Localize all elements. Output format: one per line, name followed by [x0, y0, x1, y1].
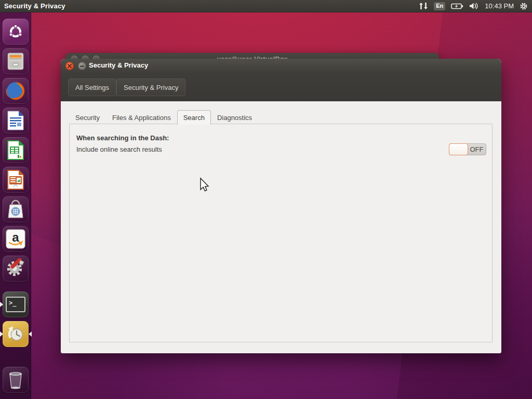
- launcher-item-terminal[interactable]: >_: [3, 291, 29, 317]
- mouse-cursor: [199, 177, 209, 193]
- window-titlebar[interactable]: Security & Privacy: [61, 59, 501, 73]
- launcher-item-libreoffice-calc[interactable]: [3, 137, 29, 163]
- keyboard-indicator[interactable]: En: [434, 2, 445, 10]
- panel-indicators: En 10:43 PM: [419, 2, 532, 10]
- battery-icon[interactable]: [451, 3, 463, 10]
- panel-app-title: Security & Privacy: [0, 2, 65, 10]
- running-indicator-terminal: [0, 302, 3, 307]
- shopping-bag-icon: [6, 199, 25, 220]
- current-panel-button[interactable]: Security & Privacy: [116, 78, 185, 96]
- launcher-item-files[interactable]: [3, 48, 29, 74]
- terminal-prompt-icon: >_: [6, 297, 25, 312]
- running-indicator-backup: [0, 331, 3, 337]
- launcher-item-firefox[interactable]: [3, 78, 29, 104]
- focused-indicator-backup: [29, 331, 32, 337]
- gear-wrench-icon: [5, 258, 26, 279]
- launcher-item-libreoffice-impress[interactable]: [3, 167, 29, 193]
- minimize-button[interactable]: [78, 62, 86, 70]
- launcher-item-amazon[interactable]: a: [3, 226, 29, 252]
- impress-presentation-icon: [6, 169, 25, 190]
- online-results-label: Include online search results: [76, 145, 162, 153]
- search-tab-pane: When searching in the Dash: Include onli…: [69, 124, 493, 342]
- minimize-icon: [80, 65, 84, 67]
- volume-icon[interactable]: [469, 2, 479, 10]
- calc-spreadsheet-icon: [6, 140, 25, 161]
- window-title: Security & Privacy: [89, 61, 148, 69]
- firefox-icon: [5, 81, 26, 101]
- writer-document-icon: [6, 110, 25, 131]
- file-cabinet-icon: [6, 51, 25, 71]
- svg-text:a: a: [12, 230, 19, 244]
- all-settings-button[interactable]: All Settings: [68, 78, 116, 96]
- launcher-item-dash-home[interactable]: [3, 19, 29, 45]
- tab-files-applications[interactable]: Files & Applications: [106, 110, 177, 124]
- launcher-item-libreoffice-writer[interactable]: [3, 108, 29, 134]
- session-gear-icon[interactable]: [520, 2, 528, 10]
- unity-launcher: a >_: [0, 12, 31, 399]
- close-icon: [68, 64, 72, 68]
- close-button[interactable]: [65, 62, 74, 70]
- launcher-item-trash[interactable]: [3, 367, 29, 393]
- toggle-state-label: OFF: [468, 144, 486, 155]
- clock[interactable]: 10:43 PM: [485, 2, 514, 10]
- tab-search[interactable]: Search: [177, 110, 211, 125]
- history-clock-icon: [6, 324, 25, 344]
- window-body: Security Files & Applications Search Dia…: [61, 101, 501, 353]
- dash-search-heading: When searching in the Dash:: [76, 134, 169, 142]
- security-privacy-window: Security & Privacy All Settings Security…: [61, 59, 501, 353]
- launcher-item-software-center[interactable]: [3, 196, 29, 222]
- trash-icon: [6, 369, 25, 390]
- online-results-toggle[interactable]: OFF: [449, 143, 486, 155]
- ubuntu-logo-icon: [7, 23, 24, 40]
- tab-bar: Security Files & Applications Search Dia…: [69, 110, 258, 124]
- tab-diagnostics[interactable]: Diagnostics: [211, 110, 258, 124]
- amazon-icon: a: [5, 229, 26, 249]
- tab-security[interactable]: Security: [69, 110, 106, 124]
- toggle-knob[interactable]: [449, 143, 468, 155]
- launcher-item-system-settings[interactable]: [3, 256, 29, 282]
- launcher-item-backup[interactable]: [3, 321, 29, 347]
- updown-arrows-icon[interactable]: [419, 2, 428, 10]
- window-toolbar: All Settings Security & Privacy: [61, 73, 501, 101]
- top-panel: Security & Privacy En 10:43 PM: [0, 0, 532, 12]
